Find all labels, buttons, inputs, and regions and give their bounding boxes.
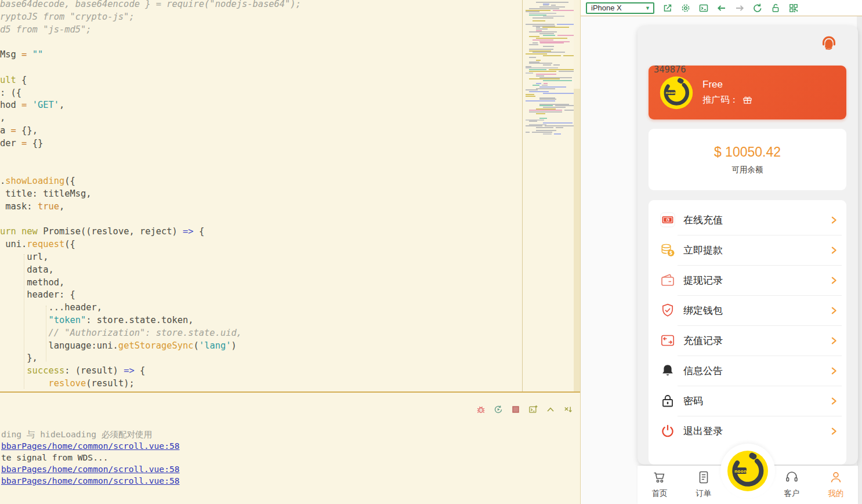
chevron-down-icon: ▼	[645, 5, 650, 11]
code-line	[0, 150, 521, 163]
code-line: uni.request({	[0, 238, 521, 251]
menu-item-bind-wallet[interactable]: 绑定钱包	[649, 295, 846, 325]
menu-item-label: 在线充值	[683, 213, 830, 227]
device-selector[interactable]: iPhone X ▼	[586, 2, 654, 14]
svg-text:$: $	[669, 251, 673, 256]
tab-label: 客户	[784, 488, 800, 499]
refresh-icon[interactable]	[752, 3, 763, 13]
balance-label: 可用余额	[732, 165, 763, 175]
profile-card: noon Free 推广码： 349876	[649, 66, 846, 119]
console-output: ding 与 hideLoading 必须配对使用bbarPages/home/…	[1, 429, 180, 487]
chevron-right-icon	[830, 427, 838, 436]
withdraw-icon: $	[660, 242, 675, 258]
stop-icon[interactable]	[511, 405, 520, 414]
menu-item-logout[interactable]: 退出登录	[649, 416, 846, 446]
tab-mine[interactable]: 我的	[814, 466, 858, 504]
close-panel-icon[interactable]	[563, 405, 573, 414]
console-splitter[interactable]	[0, 391, 580, 393]
restart-icon[interactable]	[494, 405, 503, 414]
back-icon[interactable]	[716, 3, 727, 13]
code-area[interactable]: base64decode, base64encode } = require("…	[0, 0, 521, 392]
chevron-right-icon	[830, 246, 838, 255]
menu-item-online-recharge[interactable]: $在线充值	[649, 205, 846, 235]
code-line: Msg = ""	[0, 49, 521, 61]
code-line: "token": store.state.token,	[0, 314, 521, 327]
qrcode-icon[interactable]	[788, 3, 799, 13]
code-line: success: (result) => {	[0, 365, 521, 378]
notice-icon	[660, 363, 675, 378]
device-selector-value: iPhone X	[591, 3, 622, 12]
code-line: header: {	[0, 289, 521, 302]
simulator-toolbar-icons	[662, 3, 799, 13]
code-line: d5 from "js-md5";	[0, 24, 521, 37]
unlock-icon[interactable]	[770, 3, 781, 13]
profile-info: Free 推广码： 349876	[702, 79, 752, 106]
minimap-divider	[522, 0, 523, 392]
tab-bar: noon 首页订单客户我的	[638, 466, 858, 504]
menu-item-label: 立即提款	[683, 244, 830, 257]
console-log-link[interactable]: bbarPages/home/common/scroll.vue:58	[1, 463, 180, 475]
indent-guide	[24, 254, 24, 389]
tab-label: 我的	[828, 488, 844, 499]
code-line: ...header,	[0, 302, 521, 314]
tab-label: 首页	[652, 488, 668, 499]
menu-item-recharge-records[interactable]: 充值记录	[649, 325, 846, 356]
code-line: ,	[0, 112, 521, 125]
svg-text:$: $	[667, 218, 669, 222]
balance-card: $ 10050.42 可用余额	[649, 129, 846, 190]
code-line: },	[0, 352, 521, 365]
menu-item-label: 密码	[683, 394, 830, 408]
code-line: a = {},	[0, 125, 521, 137]
code-line: reslove(result);	[0, 378, 521, 390]
code-line: : ({	[0, 87, 521, 100]
code-line: // "Authorization": store.state.uid,	[0, 327, 521, 340]
code-line: language:uni.getStorageSync('lang')	[0, 340, 521, 353]
cart-icon	[652, 470, 667, 487]
chevron-right-icon	[830, 336, 838, 345]
code-line: ryptoJS from "crypto-js";	[0, 11, 521, 24]
console-icon[interactable]	[698, 3, 709, 13]
password-icon	[660, 393, 675, 408]
forward-icon[interactable]	[734, 3, 745, 13]
menu-item-withdraw[interactable]: $立即提款	[649, 235, 846, 265]
debug-icon[interactable]	[476, 405, 486, 414]
settings-icon[interactable]	[680, 3, 691, 13]
menu-item-password[interactable]: 密码	[649, 386, 846, 416]
logout-icon	[660, 423, 675, 438]
menu-item-announcements[interactable]: 信息公告	[649, 356, 846, 386]
tab-home[interactable]: 首页	[638, 466, 682, 504]
bind-wallet-icon	[660, 303, 675, 318]
tab-service[interactable]: 客户	[770, 466, 814, 504]
tab-label: 订单	[696, 488, 712, 499]
menu-item-label: 绑定钱包	[683, 304, 830, 317]
console-log-link[interactable]: bbarPages/home/common/scroll.vue:58	[1, 440, 180, 452]
editor-scrollbar-thumb[interactable]	[574, 0, 580, 89]
simulator-panel: iPhone X ▼ noon Free 推广码： 349876	[580, 0, 862, 504]
code-line	[0, 36, 521, 49]
new-terminal-icon[interactable]	[528, 405, 538, 414]
console-log-line: ding 与 hideLoading 必须配对使用	[1, 429, 180, 440]
service-icon	[784, 470, 799, 487]
code-line	[0, 213, 521, 226]
customer-service-icon[interactable]	[819, 33, 839, 55]
code-line: .showLoading({	[0, 175, 521, 188]
tab-orders[interactable]: 订单	[682, 466, 726, 504]
code-editor-pane: base64decode, base64encode } = require("…	[0, 0, 580, 504]
orders-icon	[696, 470, 711, 487]
menu-item-label: 充值记录	[683, 334, 830, 347]
minimap[interactable]	[524, 2, 573, 135]
withdraw-record-icon	[660, 273, 675, 288]
code-line: der = {}	[0, 137, 521, 150]
mine-icon	[828, 470, 843, 487]
collapse-panel-icon[interactable]	[546, 405, 555, 414]
indent-guide	[46, 306, 46, 361]
recharge-record-icon	[660, 333, 675, 348]
console-log-link[interactable]: bbarPages/home/common/scroll.vue:58	[1, 475, 180, 487]
editor-scrollbar[interactable]	[574, 0, 580, 392]
code-line: url,	[0, 251, 521, 264]
chevron-right-icon	[830, 397, 838, 405]
resize-window-icon[interactable]	[662, 3, 673, 13]
code-line: base64decode, base64encode } = require("…	[0, 0, 521, 11]
code-line: title: titleMsg,	[0, 188, 521, 201]
menu-item-withdraw-records[interactable]: 提现记录	[649, 265, 846, 295]
